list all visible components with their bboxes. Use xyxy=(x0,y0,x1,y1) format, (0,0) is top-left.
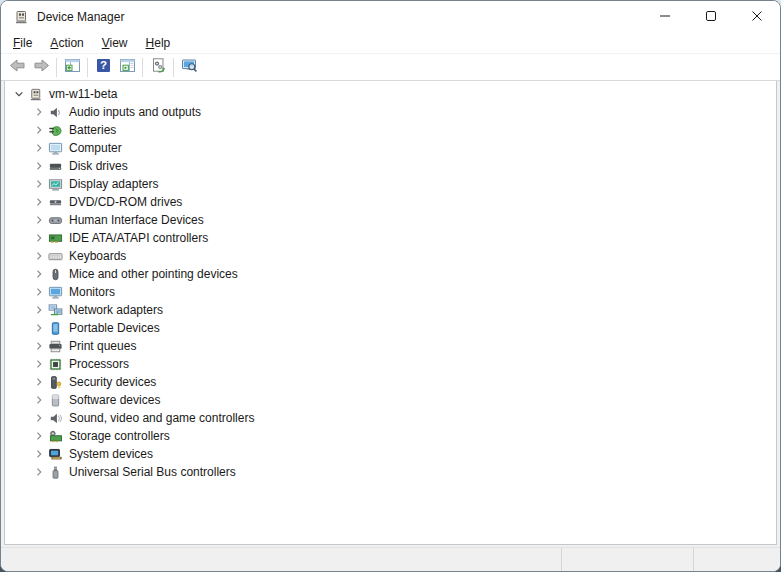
tree-item-storage-controllers[interactable]: Storage controllers xyxy=(5,427,776,445)
show-hide-console-tree-button[interactable] xyxy=(60,56,84,79)
tree-item-computer[interactable]: Computer xyxy=(5,139,776,157)
battery-icon xyxy=(47,122,63,138)
tree-item-label: Audio inputs and outputs xyxy=(69,105,201,119)
tree-item-security-devices[interactable]: Security devices xyxy=(5,373,776,391)
action-pane-icon xyxy=(119,57,136,78)
tree-item-label: Security devices xyxy=(69,375,156,389)
menu-bar: FileActionViewHelp xyxy=(1,33,780,54)
chevron-right-icon[interactable] xyxy=(31,464,47,480)
chevron-right-icon[interactable] xyxy=(31,374,47,390)
chevron-right-icon[interactable] xyxy=(31,176,47,192)
tree-item-system-devices[interactable]: System devices xyxy=(5,445,776,463)
tree-item-disk-drives[interactable]: Disk drives xyxy=(5,157,776,175)
system-device-icon xyxy=(47,446,63,462)
tree-item-monitors[interactable]: Monitors xyxy=(5,283,776,301)
scan-for-hardware-changes-button[interactable] xyxy=(177,56,201,79)
chevron-right-icon[interactable] xyxy=(31,104,47,120)
tree-item-label: vm-w11-beta xyxy=(49,87,117,101)
disk-drive-icon xyxy=(47,158,63,174)
menu-help[interactable]: Help xyxy=(137,34,180,52)
mouse-icon xyxy=(47,266,63,282)
chevron-right-icon[interactable] xyxy=(31,248,47,264)
status-section-middle xyxy=(561,548,693,571)
chevron-right-icon[interactable] xyxy=(31,338,47,354)
tree-item-label: Sound, video and game controllers xyxy=(69,411,254,425)
chevron-right-icon[interactable] xyxy=(31,392,47,408)
tree-item-audio-inputs-and-outputs[interactable]: Audio inputs and outputs xyxy=(5,103,776,121)
tree-item-label: Mice and other pointing devices xyxy=(69,267,238,281)
tree-item-batteries[interactable]: Batteries xyxy=(5,121,776,139)
chevron-right-icon[interactable] xyxy=(31,320,47,336)
tree-item-vm-w11-beta[interactable]: vm-w11-beta xyxy=(5,85,776,103)
network-adapter-icon xyxy=(47,302,63,318)
gears-page-icon xyxy=(150,57,167,78)
maximize-button[interactable] xyxy=(688,2,734,33)
properties-button[interactable] xyxy=(146,56,170,79)
tree-item-label: Keyboards xyxy=(69,249,126,263)
help-icon: ? xyxy=(95,57,112,78)
tree-item-label: Batteries xyxy=(69,123,116,137)
display-adapter-icon xyxy=(47,176,63,192)
toolbar-separator xyxy=(173,58,174,77)
forward-button[interactable] xyxy=(29,56,53,79)
tree-item-label: Software devices xyxy=(69,393,160,407)
chevron-right-icon[interactable] xyxy=(31,230,47,246)
chevron-right-icon[interactable] xyxy=(31,446,47,462)
ide-controller-icon xyxy=(47,230,63,246)
close-button[interactable] xyxy=(734,2,780,33)
title-bar[interactable]: Device Manager xyxy=(1,1,780,33)
chevron-right-icon[interactable] xyxy=(31,122,47,138)
tree-item-ide-ata-atapi-controllers[interactable]: IDE ATA/ATAPI controllers xyxy=(5,229,776,247)
tree-item-dvd-cd-rom-drives[interactable]: DVD/CD-ROM drives xyxy=(5,193,776,211)
tree-item-display-adapters[interactable]: Display adapters xyxy=(5,175,776,193)
chevron-right-icon[interactable] xyxy=(31,284,47,300)
chevron-right-icon[interactable] xyxy=(31,428,47,444)
chevron-right-icon[interactable] xyxy=(31,140,47,156)
tree-item-processors[interactable]: Processors xyxy=(5,355,776,373)
help-button[interactable]: ? xyxy=(91,56,115,79)
maximize-icon xyxy=(705,8,717,26)
menu-action[interactable]: Action xyxy=(41,34,92,52)
menu-file[interactable]: File xyxy=(4,34,41,52)
tree-item-label: Storage controllers xyxy=(69,429,170,443)
tree-item-mice-and-other-pointing-devices[interactable]: Mice and other pointing devices xyxy=(5,265,776,283)
chevron-right-icon[interactable] xyxy=(31,212,47,228)
usb-controller-icon xyxy=(47,464,63,480)
tree-item-universal-serial-bus-controllers[interactable]: Universal Serial Bus controllers xyxy=(5,463,776,481)
chevron-right-icon[interactable] xyxy=(31,410,47,426)
audio-endpoint-icon xyxy=(47,104,63,120)
tree-item-label: Portable Devices xyxy=(69,321,160,335)
storage-controller-icon xyxy=(47,428,63,444)
printer-icon xyxy=(47,338,63,354)
svg-text:?: ? xyxy=(99,59,106,71)
back-arrow-icon xyxy=(9,57,26,78)
tree-item-sound-video-and-game-controllers[interactable]: Sound, video and game controllers xyxy=(5,409,776,427)
tree-item-print-queues[interactable]: Print queues xyxy=(5,337,776,355)
chevron-right-icon[interactable] xyxy=(31,302,47,318)
back-button[interactable] xyxy=(5,56,29,79)
chevron-down-icon[interactable] xyxy=(11,86,27,102)
tree-item-label: Disk drives xyxy=(69,159,128,173)
processor-icon xyxy=(47,356,63,372)
dvd-drive-icon xyxy=(47,194,63,210)
minimize-button[interactable] xyxy=(642,2,688,33)
tree-item-human-interface-devices[interactable]: Human Interface Devices xyxy=(5,211,776,229)
tree-item-label: Monitors xyxy=(69,285,115,299)
status-section-main xyxy=(1,548,561,571)
chevron-right-icon[interactable] xyxy=(31,194,47,210)
show-hide-action-pane-button[interactable] xyxy=(115,56,139,79)
portable-device-icon xyxy=(47,320,63,336)
tree-item-software-devices[interactable]: Software devices xyxy=(5,391,776,409)
chevron-right-icon[interactable] xyxy=(31,266,47,282)
tree-item-network-adapters[interactable]: Network adapters xyxy=(5,301,776,319)
tree-item-portable-devices[interactable]: Portable Devices xyxy=(5,319,776,337)
chevron-right-icon[interactable] xyxy=(31,158,47,174)
keyboard-icon xyxy=(47,248,63,264)
close-icon xyxy=(751,8,763,26)
pc-icon xyxy=(27,86,43,102)
device-manager-icon xyxy=(13,9,29,25)
menu-view[interactable]: View xyxy=(93,34,137,52)
tree-item-keyboards[interactable]: Keyboards xyxy=(5,247,776,265)
chevron-right-icon[interactable] xyxy=(31,356,47,372)
content-area: vm-w11-betaAudio inputs and outputsBatte… xyxy=(1,81,780,547)
